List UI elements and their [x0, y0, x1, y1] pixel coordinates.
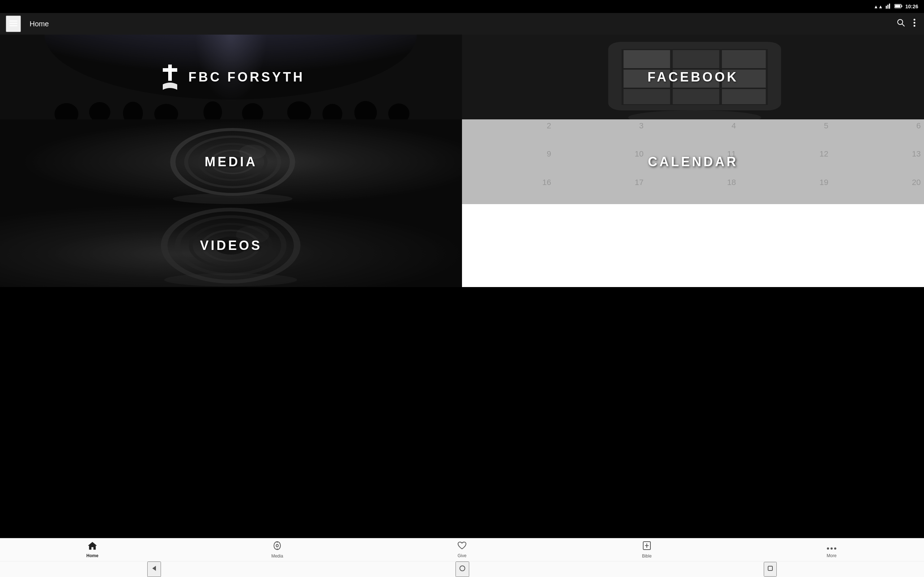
tile-fbc-forsyth[interactable]: FBC FORSYTH [0, 35, 462, 119]
fbc-forsyth-label: FBC FORSYTH [188, 69, 305, 85]
videos-label: VIDEOS [200, 238, 262, 253]
calendar-grid: 2 3 4 5 6 9 10 11 12 13 16 17 18 19 20 [462, 119, 502, 204]
tile-videos[interactable]: VIDEOS [0, 204, 462, 287]
status-bar: ▲▲ 10:26 [0, 0, 502, 13]
tile-facebook[interactable]: FACEBOOK [462, 35, 502, 119]
tile-calendar[interactable]: 2 3 4 5 6 9 10 11 12 13 16 17 18 19 20 C… [462, 119, 502, 204]
svg-rect-6 [10, 21, 17, 22]
svg-rect-7 [10, 23, 17, 24]
tile-blank [462, 204, 502, 287]
toolbar-title: Home [30, 20, 502, 28]
svg-rect-27 [163, 68, 177, 72]
tile-grid: FBC FORSYTH [0, 35, 502, 310]
svg-rect-8 [10, 25, 17, 26]
cal-cell-16: 16 [462, 176, 502, 204]
cal-cell-2: 2 [462, 119, 502, 148]
fbc-logo: FBC FORSYTH [157, 63, 305, 92]
media-label: MEDIA [205, 154, 257, 169]
toolbar: Home [0, 13, 502, 35]
tile-media[interactable]: MEDIA [0, 119, 462, 204]
menu-button[interactable] [6, 16, 21, 32]
svg-rect-26 [168, 64, 172, 81]
main-content: FBC FORSYTH [0, 35, 502, 310]
cal-cell-9: 9 [462, 148, 502, 176]
